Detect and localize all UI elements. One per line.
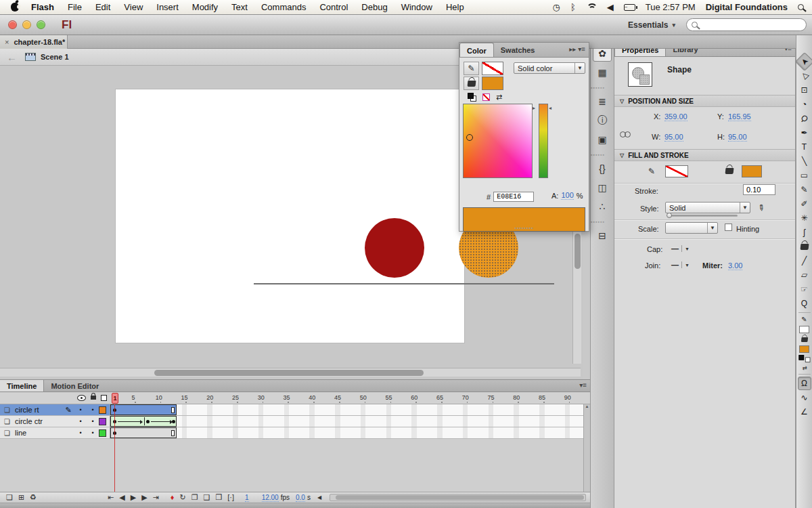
modify-markers-button[interactable]: [·] [225,494,236,501]
saturation-brightness-picker[interactable] [463,104,533,178]
panel-resize-grip[interactable]: ▪▪▪▪▪▪▪▪ [459,226,589,230]
straighten-tool[interactable]: ∠ [798,405,811,419]
subselection-tool[interactable]: ▷ [794,66,812,85]
eyedropper-tool[interactable]: ╱ [798,254,811,268]
volume-icon[interactable]: ◀ [607,2,614,12]
line-tool[interactable]: ╲ [798,154,811,168]
default-colors-icon[interactable] [798,355,810,362]
miter-value[interactable]: 3.00 [728,261,742,270]
snap-to-objects-tool[interactable]: Ω [798,377,811,390]
project-panel-icon[interactable]: ⊟ [593,227,612,244]
spotlight-icon[interactable] [798,4,804,10]
frame-span[interactable] [110,427,177,438]
document-tab[interactable]: × chapter-18.fla* [0,35,68,49]
slider-thumb[interactable] [667,213,672,218]
timeline-horizontal-scrollbar[interactable] [330,494,586,501]
red-circle-shape[interactable] [365,218,424,278]
layer-visibility-dot[interactable]: • [74,418,87,425]
hand-tool[interactable]: ☞ [798,282,811,296]
search-input[interactable] [701,21,801,29]
motion-tween-span[interactable] [110,416,177,427]
layer-frames[interactable] [110,416,583,427]
info-panel-icon[interactable]: ⓘ [593,112,612,129]
hinting-checkbox[interactable] [725,224,732,231]
stroke-pencil-icon[interactable]: ✎ [464,62,479,75]
scrollbar-thumb[interactable] [154,370,424,376]
panel-menu-icon[interactable]: ▾≡ [579,381,587,389]
layer-visibility-dot[interactable]: • [74,429,87,436]
swatches-panel-icon[interactable]: ▦ [593,64,612,81]
timeline-vertical-scrollbar[interactable]: ▲ [583,404,590,492]
go-to-last-frame-button[interactable]: ⇥ [151,494,161,501]
back-arrow-icon[interactable]: ← [7,51,17,63]
bluetooth-icon[interactable]: ᛒ [570,2,576,12]
components-panel-icon[interactable]: ◫ [593,179,612,196]
elapsed-time-value[interactable]: 0.0 [296,494,305,502]
join-style-dropdown[interactable]: —▼ [671,261,690,269]
stroke-weight-input[interactable] [743,184,775,195]
frame-ruler[interactable]: 51015202530354045505560657075808590 [110,392,583,404]
layer-name[interactable]: circle rt [15,406,62,414]
layer-frames[interactable] [110,404,583,415]
frame-span[interactable] [110,404,177,415]
current-frame-value[interactable]: 1 [245,494,249,502]
new-layer-button[interactable]: ❏ [4,494,15,501]
menu-window[interactable]: Window [394,2,439,12]
minimize-window-button[interactable] [22,20,31,29]
stroke-color-chip[interactable] [665,165,688,177]
link-dimensions-icon[interactable] [620,130,631,138]
color-type-dropdown[interactable]: Solid color ▼ [514,62,585,74]
scrollbar-thumb[interactable] [574,234,581,269]
cap-style-dropdown[interactable]: —▼ [671,245,690,253]
paint-bucket-tool[interactable] [798,240,811,253]
loop-button[interactable]: ↻ [177,494,187,501]
menu-edit[interactable]: Edit [89,2,117,12]
fill-color-chip[interactable] [742,165,762,177]
tab-swatches[interactable]: Swatches [494,43,542,57]
rectangle-tool[interactable]: ▭ [798,169,811,182]
hue-slider[interactable] [539,104,548,178]
frame-rate-value[interactable]: 12.00 [262,494,279,502]
menu-help[interactable]: Help [439,2,471,12]
menu-clock[interactable]: Tue 2:57 PM [646,2,696,12]
menu-modify[interactable]: Modify [185,2,225,12]
menu-debug[interactable]: Debug [355,2,394,12]
new-folder-button[interactable]: ⊞ [16,494,26,501]
text-tool[interactable]: T [798,140,811,154]
w-value[interactable]: 95.00 [664,133,683,142]
stroke-color-chip[interactable] [482,62,503,75]
end-frame-marker[interactable] [171,407,175,413]
layer-color-swatch[interactable] [99,418,106,425]
layer-color-swatch[interactable] [99,429,106,437]
bone-tool[interactable]: ʃ [798,226,811,239]
close-window-button[interactable] [8,20,17,29]
scrollbar-thumb[interactable] [336,495,584,500]
menu-insert[interactable]: Insert [150,2,185,12]
deco-tool[interactable]: ✳ [798,211,811,225]
edit-stroke-style-icon[interactable]: ✎ [756,202,767,213]
keyframe-dot[interactable] [146,420,150,423]
layer-visibility-dot[interactable]: • [74,406,87,413]
eraser-tool[interactable]: ▱ [798,268,811,282]
layer-lock-dot[interactable]: • [87,429,99,436]
onion-skin-outlines-button[interactable]: ❑ [202,494,212,501]
onion-skin-button[interactable]: ❐ [189,494,200,501]
alpha-value[interactable]: 100 [561,191,573,200]
apple-menu-icon[interactable] [11,3,19,12]
keyframe-dot[interactable] [172,420,175,423]
code-snippets-panel-icon[interactable]: {} [593,160,612,177]
x-value[interactable]: 359.00 [664,112,687,121]
layer-name[interactable]: line [15,429,62,437]
layer-lock-dot[interactable]: • [87,418,99,425]
position-size-section-header[interactable]: ▽ POSITION AND SIZE [614,95,795,107]
step-back-button[interactable]: ◀ [117,494,127,501]
menu-commands[interactable]: Commands [254,2,313,12]
swap-colors-icon[interactable]: ⇄ [496,93,502,102]
stage-horizontal-scrollbar[interactable] [0,368,581,377]
tab-motion-editor[interactable]: Motion Editor [44,380,106,391]
app-search-box[interactable] [686,18,807,31]
zoom-window-button[interactable] [37,20,45,29]
go-to-first-frame-button[interactable]: ⇤ [106,494,116,501]
menu-account[interactable]: Digital Foundations [706,2,788,12]
stroke-style-dropdown[interactable]: Solid ▼ [665,202,750,213]
